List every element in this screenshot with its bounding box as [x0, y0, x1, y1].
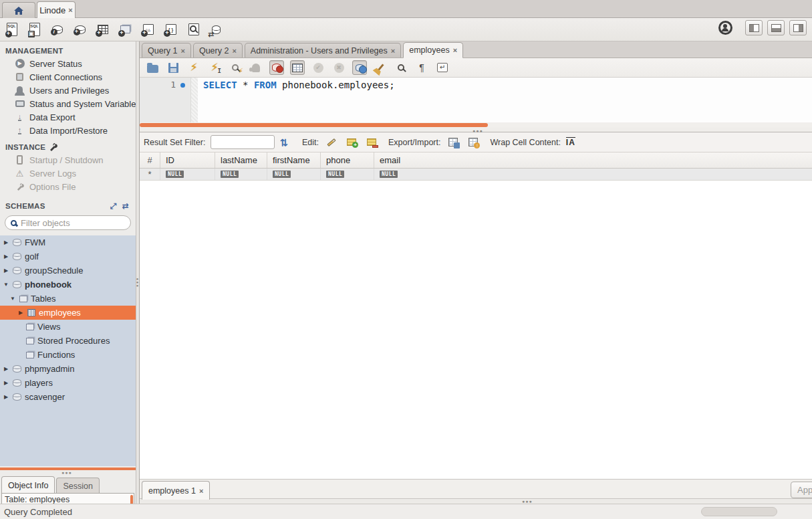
import-records-icon[interactable]: ↑ [466, 135, 481, 150]
tree-item-phpmyadmin[interactable]: ▶phpmyadmin [0, 362, 136, 376]
connection-tab-linode[interactable]: Linode × [37, 1, 76, 18]
home-tab[interactable] [2, 2, 35, 18]
tab-administration[interactable]: Administration - Users and Privileges× [245, 43, 401, 58]
toggle-right-panel-icon[interactable] [789, 20, 807, 35]
tree-item-views[interactable]: Views [0, 320, 136, 334]
tab-session[interactable]: Session [56, 478, 99, 494]
autocommit-toggle-icon[interactable] [352, 60, 367, 75]
sidebar-item-server-logs[interactable]: ⚠Server Logs [0, 167, 136, 180]
server-status-icon: ▶ [15, 59, 25, 69]
sidebar-item-options-file[interactable]: Options File [0, 180, 136, 193]
reconnect-dbms-icon[interactable]: ⇄ [209, 22, 224, 37]
close-icon[interactable]: × [232, 47, 236, 55]
execute-current-icon[interactable]: ⚡I [207, 60, 222, 75]
refresh-schemas-icon[interactable]: ⇄ [122, 201, 129, 211]
result-filter-input[interactable] [211, 135, 275, 149]
result-grid-header: # ID lastName firstName phone email [140, 152, 812, 169]
editor-hscrollbar-thumb[interactable] [140, 123, 488, 127]
column-header-lastname[interactable]: lastName [215, 152, 267, 168]
splitter-handle[interactable]: ●●● [522, 499, 533, 504]
tables-icon [19, 296, 27, 302]
create-table-icon[interactable]: + [95, 22, 110, 37]
stop-icon[interactable] [249, 60, 263, 75]
execute-icon[interactable]: ⚡ [186, 60, 201, 75]
wrap-text-icon[interactable]: ↵ [435, 60, 450, 75]
sidebar-item-startup-shutdown[interactable]: Startup / Shutdown [0, 153, 136, 167]
column-header-rownum[interactable]: # [140, 152, 160, 168]
open-file-icon[interactable] [145, 60, 160, 75]
cell-firstname[interactable]: NULL [267, 169, 321, 180]
find-icon[interactable] [394, 60, 408, 75]
tree-item-employees[interactable]: ▶employees [0, 306, 136, 320]
show-invisibles-icon[interactable]: ¶ [414, 60, 429, 75]
tree-item-golf[interactable]: ▶golf [0, 249, 136, 264]
open-sql-script-icon[interactable]: SQL▣ [27, 22, 42, 37]
tree-item-groupschedule[interactable]: ▶groupSchedule [0, 264, 136, 278]
column-header-id[interactable]: ID [160, 152, 215, 168]
new-sql-tab-icon[interactable]: SQL+ [4, 22, 19, 37]
schema-filter-box[interactable] [5, 215, 131, 230]
tab-query-1[interactable]: Query 1× [142, 43, 191, 58]
apply-button[interactable]: Apply [791, 482, 812, 498]
toggle-left-panel-icon[interactable] [745, 20, 763, 35]
stop-on-error-toggle-icon[interactable] [269, 60, 284, 75]
status-scrollbar[interactable] [701, 507, 777, 516]
tab-object-info[interactable]: Object Info [1, 476, 55, 494]
tree-item-phonebook[interactable]: ▼phonebook [0, 278, 136, 292]
beautify-icon[interactable] [373, 60, 388, 75]
tree-item-fwm[interactable]: ▶FWM [0, 235, 136, 249]
cell-phone[interactable]: NULL [321, 169, 374, 180]
create-view-icon[interactable]: + [118, 22, 133, 37]
tree-item-players[interactable]: ▶players [0, 376, 136, 390]
commit-icon[interactable]: ✔ [311, 60, 325, 75]
column-header-email[interactable]: email [374, 152, 812, 168]
sidebar-item-data-export[interactable]: ↓Data Export [0, 110, 136, 124]
sidebar-item-client-connections[interactable]: Client Connections [0, 70, 136, 84]
limit-rows-toggle-icon[interactable] [290, 60, 305, 75]
editor-hscrollbar[interactable] [140, 122, 812, 128]
export-recordset-icon[interactable] [446, 135, 460, 150]
sidebar-item-data-import[interactable]: ↑Data Import/Restore [0, 124, 136, 137]
close-icon[interactable]: × [68, 6, 72, 14]
column-header-firstname[interactable]: firstName [267, 152, 321, 168]
cell-lastname[interactable]: NULL [215, 169, 267, 180]
close-icon[interactable]: × [453, 46, 457, 54]
tree-item-scavenger[interactable]: ▶scavenger [0, 390, 136, 404]
wrap-cell-content-icon[interactable]: IA [566, 137, 575, 147]
result-toolbar: Result Set Filter: ⇄ Edit: + Export/Impo… [140, 132, 812, 152]
tree-item-stored-procedures[interactable]: Stored Procedures [0, 334, 136, 348]
tab-employees[interactable]: employees× [403, 42, 463, 58]
sql-editor[interactable]: 1 SELECT * FROM phonebook.employees; [140, 78, 812, 122]
splitter-handle[interactable]: ●●● [61, 470, 72, 475]
tab-result-employees-1[interactable]: employees 1× [142, 481, 210, 500]
explain-icon[interactable]: ⚡ [228, 60, 243, 75]
edit-cell-icon[interactable] [324, 135, 339, 150]
users-icon [15, 86, 25, 96]
tree-item-functions[interactable]: Functions [0, 348, 136, 362]
sidebar-item-server-status[interactable]: ▶Server Status [0, 57, 136, 70]
close-icon[interactable]: × [391, 47, 395, 55]
sidebar-item-users-privileges[interactable]: Users and Privileges [0, 84, 136, 97]
cell-email[interactable]: NULL [374, 169, 812, 180]
close-icon[interactable]: × [199, 487, 203, 495]
close-icon[interactable]: × [180, 47, 184, 55]
column-header-phone[interactable]: phone [321, 152, 374, 168]
tree-item-tables[interactable]: ▼Tables [0, 292, 136, 306]
delete-row-icon[interactable] [364, 135, 379, 150]
cell-id[interactable]: NULL [160, 169, 215, 180]
sidebar-item-system-variables[interactable]: Status and System Variables [0, 97, 136, 110]
schema-filter-input[interactable] [21, 218, 114, 228]
table-row[interactable]: * NULL NULL NULL NULL NULL [140, 169, 812, 181]
add-row-icon[interactable]: + [344, 135, 359, 150]
create-schema-icon[interactable]: + [72, 22, 88, 37]
toggle-bottom-panel-icon[interactable] [767, 20, 785, 35]
create-procedure-icon[interactable]: ▫▵+ [140, 22, 156, 37]
create-function-icon[interactable]: { }+ [163, 22, 178, 37]
expand-schemas-icon[interactable]: ⤢ [110, 201, 117, 211]
tab-query-2[interactable]: Query 2× [193, 43, 243, 58]
refresh-results-icon[interactable]: ⇄ [279, 138, 291, 146]
rollback-icon[interactable]: ✖ [331, 60, 346, 75]
save-icon[interactable] [166, 60, 180, 75]
search-data-icon[interactable] [186, 22, 201, 37]
inspect-database-icon[interactable]: i [49, 22, 65, 37]
